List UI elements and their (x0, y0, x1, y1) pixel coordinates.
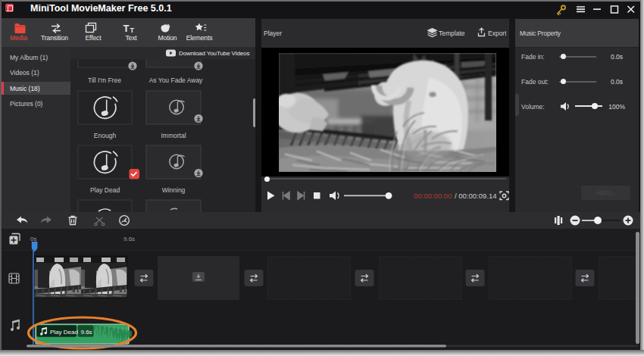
svg-text:00:00:00.00: 00:00:00.00 (414, 192, 452, 200)
svg-text:As You Fade Away: As You Fade Away (149, 77, 203, 84)
svg-text:T: T (130, 27, 135, 34)
svg-text:Play Dead: Play Dead (50, 329, 78, 336)
svg-text:Play Dead: Play Dead (90, 186, 120, 194)
svg-text:Winning: Winning (162, 186, 186, 194)
svg-text:Enough: Enough (94, 132, 117, 139)
svg-text:9.6s: 9.6s (123, 236, 135, 242)
svg-text:9.6s: 9.6s (81, 329, 92, 336)
svg-text:T: T (123, 23, 130, 34)
svg-text:0s: 0s (30, 236, 36, 242)
svg-text:Immortal: Immortal (161, 132, 186, 139)
svg-text:Export: Export (488, 30, 506, 37)
svg-text:Till I'm Free: Till I'm Free (88, 77, 121, 84)
svg-text:/ 00:00:09.14: / 00:00:09.14 (455, 192, 496, 200)
svg-text:Template: Template (439, 30, 465, 37)
